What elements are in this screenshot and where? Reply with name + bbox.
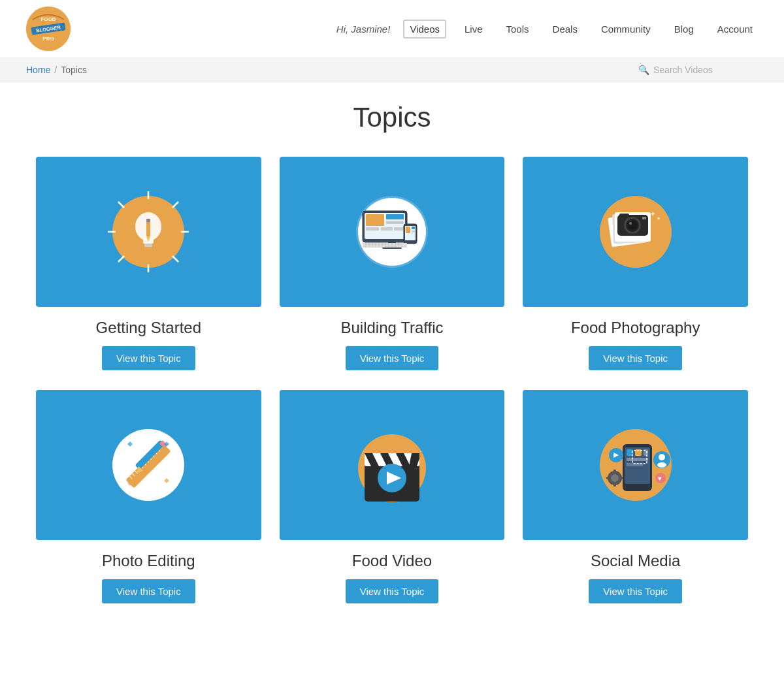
svg-rect-29	[394, 227, 404, 231]
header: FOOD BLOGGER PRO Hi, Jasmine! Videos Liv…	[0, 0, 784, 58]
search-area: 🔍	[638, 65, 758, 75]
nav-videos[interactable]: Videos	[403, 20, 446, 39]
svg-rect-105	[606, 477, 610, 479]
nav-community[interactable]: Community	[596, 21, 656, 37]
social-icon: ♥	[590, 419, 681, 511]
page-title: Topics	[36, 102, 748, 133]
view-getting-started-button[interactable]: View this Topic	[102, 346, 195, 370]
svg-text:✦: ✦	[650, 210, 655, 217]
view-building-traffic-button[interactable]: View this Topic	[346, 346, 439, 370]
svg-rect-97	[627, 458, 648, 461]
monitor-icon	[346, 186, 438, 278]
svg-text:✦: ✦	[657, 216, 661, 221]
lightbulb-icon	[103, 186, 194, 278]
svg-rect-36	[412, 231, 415, 232]
topic-name-social-media: Social Media	[591, 552, 680, 570]
svg-rect-54	[619, 214, 629, 217]
svg-text:♥: ♥	[658, 475, 662, 482]
view-food-photography-button[interactable]: View this Topic	[589, 346, 682, 370]
nav-deals[interactable]: Deals	[547, 21, 583, 37]
nav-blog[interactable]: Blog	[669, 21, 699, 37]
topic-card-getting-started: Getting Started View this Topic	[36, 157, 261, 370]
nav-greeting: Hi, Jasmine!	[336, 24, 391, 35]
topic-image-social-media: ♥	[523, 390, 748, 540]
topic-image-building-traffic	[280, 157, 505, 307]
topic-image-photo-editing	[36, 390, 261, 540]
svg-text:FOOD: FOOD	[41, 16, 56, 22]
svg-rect-35	[412, 227, 415, 229]
search-icon: 🔍	[638, 65, 649, 75]
topic-card-food-video: Food Video View this Topic	[280, 390, 505, 603]
svg-rect-19	[146, 219, 150, 222]
svg-line-10	[118, 202, 124, 208]
svg-rect-104	[613, 483, 616, 487]
view-social-media-button[interactable]: View this Topic	[589, 579, 682, 603]
topic-card-photo-editing: Photo Editing View this Topic	[36, 390, 261, 603]
svg-rect-16	[144, 244, 152, 247]
view-food-video-button[interactable]: View this Topic	[346, 579, 439, 603]
svg-rect-17	[146, 220, 150, 237]
pencil-ruler-icon	[103, 419, 194, 511]
svg-line-11	[172, 256, 178, 262]
topic-name-getting-started: Getting Started	[96, 319, 201, 337]
topic-image-food-video	[280, 390, 505, 540]
svg-text:PRO: PRO	[42, 36, 54, 42]
breadcrumb-separator: /	[54, 65, 57, 75]
search-input[interactable]	[653, 65, 758, 75]
clapperboard-icon	[346, 419, 438, 511]
svg-rect-24	[366, 214, 384, 226]
breadcrumb-current: Topics	[61, 65, 87, 75]
svg-point-109	[657, 462, 666, 468]
breadcrumb-bar: Home / Topics 🔍	[0, 58, 784, 82]
svg-rect-26	[386, 221, 404, 224]
topic-name-food-photography: Food Photography	[571, 319, 700, 337]
svg-point-108	[659, 454, 665, 460]
topic-image-getting-started	[36, 157, 261, 307]
logo-circle: FOOD BLOGGER PRO	[26, 7, 71, 51]
logo-svg: FOOD BLOGGER PRO	[26, 7, 71, 51]
topic-name-food-video: Food Video	[352, 552, 432, 570]
view-photo-editing-button[interactable]: View this Topic	[102, 579, 195, 603]
topic-card-food-photography: ✦ ✦ Food Photography View this Topic	[523, 157, 748, 370]
topics-grid: Getting Started View this Topic	[36, 157, 748, 603]
svg-point-58	[629, 222, 632, 225]
svg-rect-59	[642, 217, 646, 219]
svg-rect-34	[406, 227, 410, 233]
topic-image-food-photography: ✦ ✦	[523, 157, 748, 307]
nav: Hi, Jasmine! Videos Live Tools Deals Com…	[336, 20, 758, 39]
camera-icon: ✦ ✦	[590, 186, 681, 278]
svg-rect-106	[620, 477, 623, 479]
topic-name-photo-editing: Photo Editing	[102, 552, 195, 570]
nav-account[interactable]: Account	[712, 21, 758, 37]
svg-line-12	[172, 202, 178, 208]
nav-live[interactable]: Live	[459, 21, 488, 37]
nav-tools[interactable]: Tools	[501, 21, 534, 37]
logo[interactable]: FOOD BLOGGER PRO	[26, 7, 71, 51]
topic-card-building-traffic: Building Traffic View this Topic	[280, 157, 505, 370]
svg-rect-103	[613, 470, 616, 473]
svg-rect-28	[381, 227, 393, 231]
svg-rect-25	[386, 214, 404, 219]
breadcrumb-home[interactable]: Home	[26, 65, 50, 75]
topic-name-building-traffic: Building Traffic	[341, 319, 444, 337]
topic-card-social-media: ♥ Social Media View this Topic	[523, 390, 748, 603]
svg-rect-27	[366, 227, 379, 231]
svg-line-13	[118, 256, 124, 262]
breadcrumb: Home / Topics	[26, 65, 87, 75]
svg-point-102	[611, 474, 619, 482]
svg-point-57	[628, 221, 637, 230]
main-content: Topics	[23, 82, 761, 643]
